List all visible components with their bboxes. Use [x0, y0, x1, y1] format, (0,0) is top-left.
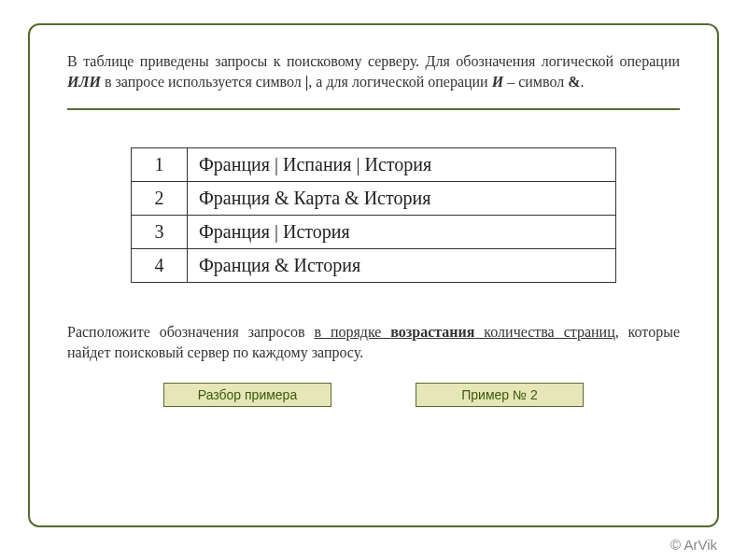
- task-text: Расположите обозначения запросов в поряд…: [67, 322, 680, 362]
- button-row: Разбор примера Пример № 2: [67, 383, 680, 407]
- task-part1: Расположите обозначения запросов: [67, 324, 314, 340]
- row-number: 1: [132, 148, 188, 182]
- row-number: 2: [132, 182, 188, 216]
- intro-and: И: [492, 74, 503, 90]
- row-query: Франция | История: [188, 216, 616, 249]
- intro-part5: .: [580, 74, 584, 90]
- row-query: Франция | Испания | История: [188, 148, 616, 182]
- table-row: 2 Франция & Карта & История: [132, 182, 616, 216]
- task-ul2: количества страниц: [474, 324, 614, 340]
- copyright-label: © ArVik: [670, 537, 717, 553]
- intro-part2: в запросе используется символ: [101, 74, 305, 90]
- row-number: 3: [132, 216, 188, 249]
- row-query: Франция & История: [188, 249, 616, 283]
- table-row: 4 Франция & История: [132, 249, 616, 283]
- intro-text: В таблице приведены запросы к поисковому…: [67, 51, 680, 91]
- intro-part4: – символ: [503, 74, 568, 90]
- task-ul-bold: возрастания: [390, 324, 474, 340]
- example-breakdown-button[interactable]: Разбор примера: [163, 383, 331, 407]
- intro-or: ИЛИ: [67, 74, 101, 90]
- intro-amp: &: [568, 74, 580, 90]
- intro-part1: В таблице приведены запросы к поисковому…: [67, 53, 680, 69]
- query-table: 1 Франция | Испания | История 2 Франция …: [131, 147, 616, 283]
- task-ul1: в порядке: [314, 324, 390, 340]
- intro-part3: , а для логической операции: [308, 74, 491, 90]
- example-2-button[interactable]: Пример № 2: [416, 383, 584, 407]
- row-query: Франция & Карта & История: [188, 182, 616, 216]
- table-row: 1 Франция | Испания | История: [132, 148, 616, 182]
- divider: [67, 108, 680, 110]
- row-number: 4: [132, 249, 188, 283]
- table-row: 3 Франция | История: [132, 216, 616, 249]
- content-frame: В таблице приведены запросы к поисковому…: [28, 23, 719, 527]
